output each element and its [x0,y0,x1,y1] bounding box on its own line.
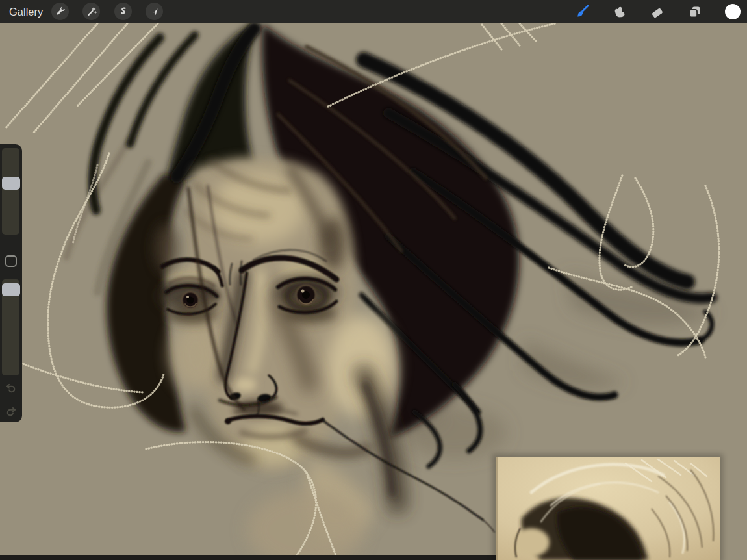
modify-button[interactable] [5,255,17,267]
selection-s-icon [118,6,129,18]
drawing-canvas[interactable] [0,23,747,560]
layers-button[interactable] [686,3,703,20]
procreate-screen: Gallery [0,0,747,560]
undo-button[interactable] [4,381,18,395]
actions-button[interactable] [51,3,69,20]
reference-image[interactable] [492,454,723,560]
brush-sidebar [0,144,22,422]
paintbrush-icon [574,3,590,20]
eraser-icon [649,4,665,20]
color-swatch-circle [724,3,741,20]
transform-arrow-icon [149,6,160,18]
color-button[interactable] [724,3,741,20]
selection-button[interactable] [114,3,132,20]
redo-arrow-icon [4,411,18,420]
top-toolbar: Gallery [0,0,747,23]
smudge-finger-icon [611,4,627,20]
transform-button[interactable] [146,3,163,20]
brush-size-handle[interactable] [2,177,20,190]
canvas-artwork [0,23,747,560]
redo-button[interactable] [4,404,18,418]
opacity-handle[interactable] [2,283,20,296]
brush-size-slider[interactable] [2,148,19,235]
layers-icon [687,4,703,20]
paint-tool-button[interactable] [574,3,590,20]
adjustments-button[interactable] [82,3,100,20]
gallery-button[interactable]: Gallery [9,0,43,23]
wrench-icon [55,6,66,18]
undo-arrow-icon [4,387,18,397]
smudge-tool-button[interactable] [611,3,627,20]
magic-wand-icon [86,6,97,18]
erase-tool-button[interactable] [648,3,665,20]
